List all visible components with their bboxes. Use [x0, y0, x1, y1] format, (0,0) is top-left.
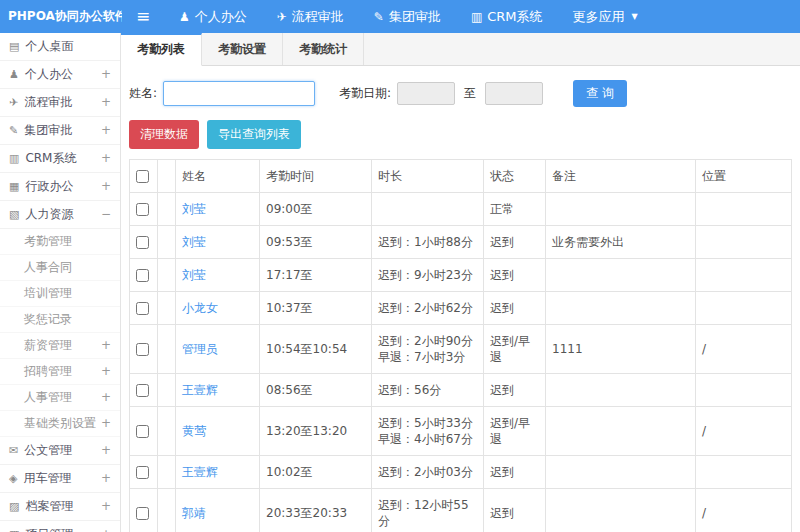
caret-down-icon: ▼: [632, 12, 638, 21]
sidebar-item-label: CRM系统: [25, 151, 76, 165]
tab-attendance-stats[interactable]: 考勤统计: [283, 33, 364, 65]
row-checkbox[interactable]: [136, 269, 149, 282]
status-text: 迟到: [484, 259, 546, 292]
sidebar: ▤个人桌面♟个人办公+✈流程审批+✎集团审批+▥CRM系统+▦行政办公+▧人力资…: [0, 33, 121, 532]
search-button[interactable]: 查 询: [573, 80, 627, 107]
sidebar-item-personnel-mgmt[interactable]: 人事管理+: [0, 385, 120, 411]
employee-name-link[interactable]: 刘莹: [182, 235, 206, 249]
mail-icon: ✉: [9, 444, 18, 457]
table-row: 小龙女10:37至迟到：2小时62分迟到: [130, 292, 792, 325]
time-cell: 09:00至: [260, 193, 372, 226]
sidebar-item-personal-office[interactable]: ♟个人办公+: [0, 61, 120, 89]
date-from-input[interactable]: [397, 82, 455, 105]
name-input[interactable]: [163, 81, 315, 106]
filter-row: 姓名: 考勤日期: 至 查 询: [129, 80, 792, 107]
employee-name-link[interactable]: 郭靖: [182, 506, 206, 520]
name-cell: 王壹辉: [176, 456, 260, 489]
row-checkbox[interactable]: [136, 343, 149, 356]
time-cell: 20:33至20:33: [260, 489, 372, 532]
row-check-cell: [130, 292, 158, 325]
sidebar-item-training-mgmt[interactable]: 培训管理: [0, 281, 120, 307]
sidebar-item-label: 培训管理: [24, 286, 72, 300]
employee-name-link[interactable]: 刘莹: [182, 202, 206, 216]
edit-icon: ✎: [374, 10, 384, 24]
row-check-cell: [130, 374, 158, 407]
row-checkbox[interactable]: [136, 466, 149, 479]
sidebar-item-label: 个人桌面: [25, 39, 73, 53]
nav-item-label: 流程审批: [292, 8, 344, 26]
employee-name-link[interactable]: 刘莹: [182, 268, 206, 282]
sidebar-item-attendance-mgmt[interactable]: 考勤管理: [0, 229, 120, 255]
row-checkbox[interactable]: [136, 425, 149, 438]
row-checkbox[interactable]: [136, 302, 149, 315]
app-logo: PHPOA协同办公软件: [0, 8, 122, 25]
sidebar-item-recruit-mgmt[interactable]: 招聘管理+: [0, 359, 120, 385]
nav-item-label: 集团审批: [389, 8, 441, 26]
sidebar-item-base-category[interactable]: 基础类别设置+: [0, 411, 120, 437]
employee-name-link[interactable]: 管理员: [182, 342, 218, 356]
duration-cell: 迟到：2小时90分 早退：7小时3分: [372, 325, 484, 374]
to-label: 至: [464, 85, 476, 102]
employee-name-link[interactable]: 王壹辉: [182, 465, 218, 479]
send-icon: ✈: [9, 96, 18, 109]
nav-item-more-apps[interactable]: 更多应用▼: [558, 0, 653, 33]
gap-cell: [158, 193, 176, 226]
status-text: 迟到: [484, 489, 546, 532]
date-to-input[interactable]: [485, 82, 543, 105]
menu-toggle-icon[interactable]: ≡: [122, 0, 164, 33]
duration-cell: 迟到：5小时33分 早退：4小时67分: [372, 407, 484, 456]
row-checkbox[interactable]: [136, 507, 149, 520]
name-cell: 小龙女: [176, 292, 260, 325]
column-header: 时长: [372, 160, 484, 193]
expander-icon: +: [101, 385, 111, 410]
status-text: 迟到: [484, 374, 546, 407]
employee-name-link[interactable]: 王壹辉: [182, 383, 218, 397]
sidebar-item-label: 行政办公: [25, 179, 73, 193]
nav-item-label: CRM系统: [487, 8, 542, 26]
column-header: 考勤时间: [260, 160, 372, 193]
location-cell: /: [696, 489, 792, 532]
sidebar-item-vehicle-mgmt[interactable]: ◈用车管理+: [0, 465, 120, 493]
nav-item-personal-office[interactable]: ♟个人办公: [164, 0, 262, 33]
table-row: 郭靖20:33至20:33迟到：12小时55分迟到/: [130, 489, 792, 532]
row-checkbox[interactable]: [136, 236, 149, 249]
sidebar-item-workflow-approval[interactable]: ✈流程审批+: [0, 89, 120, 117]
row-checkbox[interactable]: [136, 384, 149, 397]
nav-item-workflow-approval[interactable]: ✈流程审批: [262, 0, 359, 33]
select-all-checkbox[interactable]: [136, 170, 149, 183]
table-body: 刘莹09:00至正常刘莹09:53至迟到：1小时88分迟到业务需要外出刘莹17:…: [130, 193, 792, 532]
sidebar-item-crm-system[interactable]: ▥CRM系统+: [0, 145, 120, 173]
employee-name-link[interactable]: 黄莺: [182, 424, 206, 438]
time-cell: 10:02至: [260, 456, 372, 489]
nav-item-group-approval[interactable]: ✎集团审批: [359, 0, 456, 33]
sidebar-item-project-mgmt[interactable]: ▩项目管理+: [0, 521, 120, 532]
sidebar-item-admin-office[interactable]: ▦行政办公+: [0, 173, 120, 201]
row-check-cell: [130, 407, 158, 456]
location-cell: [696, 193, 792, 226]
sidebar-item-hr-contract[interactable]: 人事合同: [0, 255, 120, 281]
topbar: PHPOA协同办公软件 ≡ ♟个人办公✈流程审批✎集团审批▥CRM系统更多应用▼: [0, 0, 800, 33]
tab-bar: 考勤列表考勤设置考勤统计: [121, 33, 800, 66]
sidebar-item-reward-record[interactable]: 奖惩记录: [0, 307, 120, 333]
sidebar-item-label: 薪资管理: [24, 338, 72, 352]
sidebar-item-archive-mgmt[interactable]: ▨档案管理+: [0, 493, 120, 521]
clear-data-button[interactable]: 清理数据: [129, 120, 199, 149]
sidebar-item-document-mgmt[interactable]: ✉公文管理+: [0, 437, 120, 465]
export-list-button[interactable]: 导出查询列表: [207, 120, 301, 149]
tab-attendance-list[interactable]: 考勤列表: [121, 33, 202, 66]
sidebar-item-group-approval[interactable]: ✎集团审批+: [0, 117, 120, 145]
tab-attendance-settings[interactable]: 考勤设置: [202, 33, 283, 65]
archive-icon: ▨: [9, 500, 19, 513]
send-icon: ✈: [277, 10, 287, 24]
nav-item-crm-system[interactable]: ▥CRM系统: [456, 0, 558, 33]
sidebar-item-personal-desktop[interactable]: ▤个人桌面: [0, 33, 120, 61]
row-checkbox[interactable]: [136, 203, 149, 216]
gap-cell: [158, 292, 176, 325]
top-nav: ♟个人办公✈流程审批✎集团审批▥CRM系统更多应用▼: [164, 0, 653, 33]
employee-name-link[interactable]: 小龙女: [182, 301, 218, 315]
remark-cell: [546, 259, 696, 292]
select-all-cell: [130, 160, 158, 193]
sidebar-item-salary-mgmt[interactable]: 薪资管理+: [0, 333, 120, 359]
location-cell: /: [696, 407, 792, 456]
sidebar-item-hr[interactable]: ▧人力资源−: [0, 201, 120, 229]
